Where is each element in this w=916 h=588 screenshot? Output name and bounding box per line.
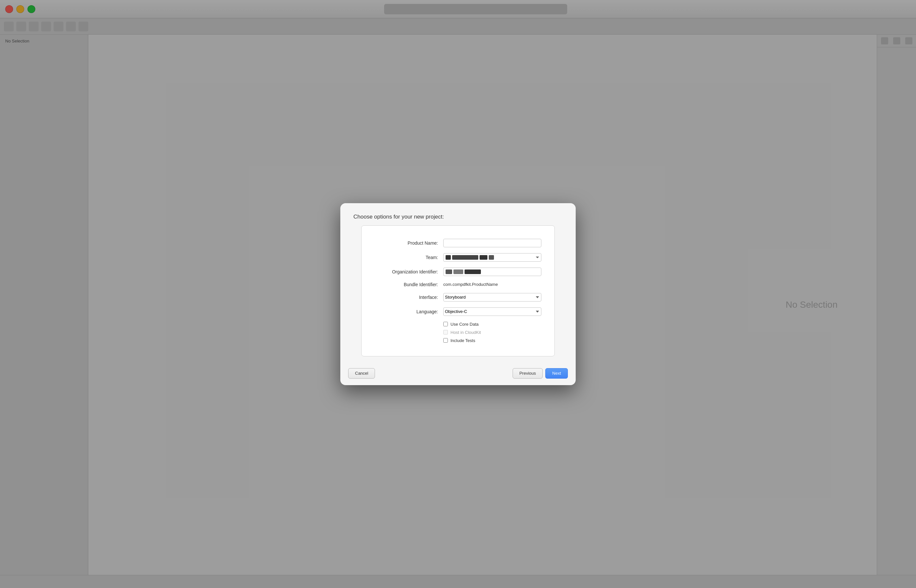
org-identifier-row: Organization Identifier:	[375, 268, 541, 276]
checkboxes-area: Use Core Data Host in CloudKit Include T…	[443, 322, 541, 343]
product-name-row: Product Name:	[375, 239, 541, 247]
org-block-1	[445, 270, 452, 274]
product-name-input[interactable]	[443, 239, 541, 247]
include-tests-label[interactable]: Include Tests	[450, 338, 475, 343]
interface-row: Interface: Storyboard SwiftUI	[375, 293, 541, 302]
bundle-identifier-row: Bundle Identifier: com.compdfkit.Product…	[375, 282, 541, 287]
use-core-data-checkbox[interactable]	[443, 322, 448, 326]
team-block-1	[445, 255, 451, 260]
host-in-cloudkit-row: Host in CloudKit	[443, 330, 541, 335]
bundle-identifier-label: Bundle Identifier:	[375, 282, 443, 287]
modal-footer: Cancel Previous Next	[340, 362, 576, 385]
modal-overlay: Choose options for your new project: Pro…	[0, 0, 916, 588]
team-block-3	[479, 255, 487, 260]
team-block-4	[489, 255, 494, 260]
modal-title: Choose options for your new project:	[353, 214, 563, 220]
org-block-2	[453, 270, 463, 274]
navigation-buttons: Previous Next	[513, 368, 568, 379]
host-in-cloudkit-checkbox	[443, 330, 448, 334]
language-label: Language:	[375, 309, 443, 314]
team-dropdown[interactable]	[443, 253, 541, 262]
language-select[interactable]: Objective-C Swift	[443, 307, 541, 316]
use-core-data-row: Use Core Data	[443, 322, 541, 327]
interface-select[interactable]: Storyboard SwiftUI	[443, 293, 541, 302]
previous-button[interactable]: Previous	[513, 368, 543, 379]
xcode-window: No Selection No Selection Choose options…	[0, 0, 916, 588]
language-row: Language: Objective-C Swift	[375, 307, 541, 316]
host-in-cloudkit-label: Host in CloudKit	[450, 330, 481, 335]
team-label: Team:	[375, 255, 443, 260]
interface-label: Interface:	[375, 295, 443, 300]
use-core-data-label[interactable]: Use Core Data	[450, 322, 479, 327]
modal-form-content: Product Name: Team:	[361, 225, 555, 356]
product-name-label: Product Name:	[375, 241, 443, 246]
include-tests-row: Include Tests	[443, 338, 541, 343]
cancel-button[interactable]: Cancel	[348, 368, 375, 379]
org-identifier-input[interactable]	[443, 268, 541, 276]
new-project-dialog: Choose options for your new project: Pro…	[340, 203, 576, 385]
bundle-identifier-value: com.compdfkit.ProductName	[443, 282, 541, 287]
org-block-3	[464, 270, 481, 274]
org-identifier-label: Organization Identifier:	[375, 269, 443, 275]
team-row: Team:	[375, 253, 541, 262]
modal-title-area: Choose options for your new project: Pro…	[340, 203, 576, 362]
include-tests-checkbox[interactable]	[443, 338, 448, 342]
next-button[interactable]: Next	[545, 368, 568, 379]
team-block-2	[452, 255, 478, 260]
